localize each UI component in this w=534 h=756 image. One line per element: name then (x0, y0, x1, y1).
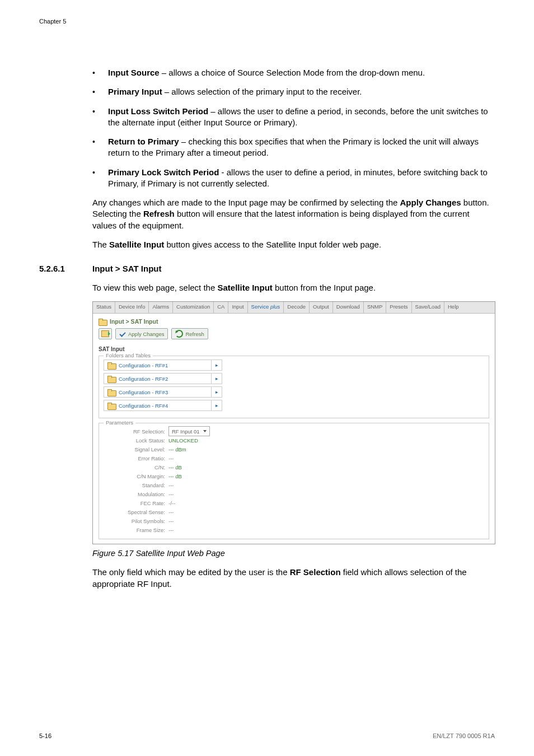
rf-selection-select[interactable]: RF Input 01 (168, 426, 210, 436)
list-item: • Input Source – allows a choice of Sour… (92, 67, 495, 78)
apply-changes-button[interactable]: Apply Changes (115, 328, 168, 339)
tab-bar: Status Device Info Alarms Customization … (93, 302, 495, 314)
tab-save-load[interactable]: Save/Load (412, 302, 444, 313)
paragraph: The only field which may be edited by th… (92, 567, 495, 590)
tab-decode[interactable]: Decode (284, 302, 310, 313)
param-label: Lock Status: (104, 437, 168, 444)
param-value: UNLOCKED (168, 437, 198, 444)
bullet-dot-icon: • (92, 167, 108, 178)
param-row: Pilot Symbols: --- (104, 516, 484, 525)
apply-changes-label: Apply Changes (128, 331, 164, 337)
folder-label: Configuration - RF#3 (119, 389, 168, 395)
rf-selection-value: RF Input 01 (172, 428, 200, 435)
param-row: Spectral Sense: --- (104, 507, 484, 516)
bullet-dot-icon: • (92, 67, 108, 78)
param-row-rf-selection: RF Selection: RF Input 01 (104, 427, 484, 436)
bullet-term: Return to Primary (108, 137, 179, 146)
parameters-legend: Parameters (104, 419, 135, 426)
folder-icon (107, 403, 115, 409)
list-item: • Return to Primary – checking this box … (92, 136, 495, 159)
refresh-button[interactable]: Refresh (171, 328, 208, 339)
param-value: --- (168, 518, 174, 524)
tab-output[interactable]: Output (310, 302, 333, 313)
tab-device-info[interactable]: Device Info (115, 302, 149, 313)
toolbar: Apply Changes Refresh (93, 328, 495, 344)
param-value: --- dB (168, 473, 182, 479)
param-row: Frame Size: --- (104, 525, 484, 534)
navigate-button[interactable] (99, 328, 112, 339)
list-item: • Primary Lock Switch Period - allows th… (92, 167, 495, 190)
paragraph: To view this web page, select the Satell… (92, 282, 495, 293)
page-footer: 5-16 EN/LZT 790 0005 R1A (39, 732, 495, 739)
doc-code: EN/LZT 790 0005 R1A (433, 732, 495, 739)
folder-icon (107, 376, 115, 382)
folder-row[interactable]: Configuration - RF#2 ▸ (104, 373, 222, 384)
folder-icon (107, 362, 115, 368)
tab-status[interactable]: Status (93, 302, 115, 313)
tab-customization[interactable]: Customization (173, 302, 214, 313)
chevron-down-icon (203, 430, 207, 432)
tab-input[interactable]: Input (228, 302, 247, 313)
breadcrumb-text: Input > SAT Input (110, 318, 158, 325)
tab-help[interactable]: Help (444, 302, 462, 313)
chevron-right-icon[interactable]: ▸ (211, 360, 222, 370)
bullet-term: Input Loss Switch Period (108, 106, 208, 116)
check-icon (119, 330, 126, 337)
chevron-right-icon[interactable]: ▸ (211, 374, 222, 384)
paragraph: The Satellite Input button gives access … (92, 239, 495, 250)
folder-row[interactable]: Configuration - RF#3 ▸ (104, 386, 222, 398)
param-value: --- (168, 509, 174, 515)
folder-label: Configuration - RF#2 (119, 376, 168, 382)
chevron-right-icon[interactable]: ▸ (211, 387, 222, 397)
tab-service-plus[interactable]: Service plus (248, 302, 284, 313)
param-value: --- dBm (168, 446, 186, 452)
param-row: Error Ratio: --- (104, 454, 484, 463)
param-label: C/N: (104, 464, 168, 470)
folders-fieldset: Folders and Tables Configuration - RF#1 … (99, 356, 489, 418)
param-value: --- (168, 455, 174, 461)
bullet-dot-icon: • (92, 86, 108, 97)
bullet-term: Primary Input (108, 87, 162, 96)
bullet-dot-icon: • (92, 106, 108, 117)
folder-label: Configuration - RF#4 (119, 403, 168, 409)
web-page-screenshot: Status Device Info Alarms Customization … (92, 301, 495, 544)
param-row: Modulation: --- (104, 489, 484, 498)
param-label: C/N Margin: (104, 473, 168, 479)
param-label: Spectral Sense: (104, 509, 168, 515)
param-value: --- dB (168, 464, 182, 470)
tab-ca[interactable]: CA (214, 302, 228, 313)
bullet-list: • Input Source – allows a choice of Sour… (92, 67, 495, 189)
tab-alarms[interactable]: Alarms (149, 302, 173, 313)
param-label: Signal Level: (104, 446, 168, 452)
bullet-desc: – allows selection of the primary input … (162, 87, 362, 96)
param-row: Lock Status: UNLOCKED (104, 436, 484, 445)
param-label: Standard: (104, 482, 168, 488)
param-value: --- (168, 482, 174, 488)
list-item: • Input Loss Switch Period – allows the … (92, 106, 495, 129)
tab-download[interactable]: Download (333, 302, 364, 313)
folder-row[interactable]: Configuration - RF#4 ▸ (104, 400, 222, 411)
param-label: RF Selection: (104, 428, 168, 435)
param-value: --- (168, 527, 174, 533)
folder-icon (107, 389, 115, 395)
param-row: Standard: --- (104, 480, 484, 489)
param-row: Signal Level: --- dBm (104, 445, 484, 454)
folders-legend: Folders and Tables (104, 352, 153, 358)
folder-row[interactable]: Configuration - RF#1 ▸ (104, 360, 222, 371)
folder-icon (99, 319, 106, 325)
param-value: -/-- (168, 500, 175, 506)
navigate-icon (101, 330, 109, 337)
section-heading: 5.2.6.1 Input > SAT Input (39, 264, 495, 273)
bullet-desc: – allows a choice of Source Selection Mo… (160, 68, 425, 77)
page-number: 5-16 (39, 732, 51, 739)
folder-label: Configuration - RF#1 (119, 362, 168, 368)
tab-presets[interactable]: Presets (386, 302, 411, 313)
tab-snmp[interactable]: SNMP (364, 302, 386, 313)
param-label: FEC Rate: (104, 500, 168, 506)
chevron-right-icon[interactable]: ▸ (211, 400, 222, 410)
group-title: SAT Input (93, 344, 495, 353)
bullet-term: Primary Lock Switch Period (108, 167, 219, 177)
breadcrumb: Input > SAT Input (93, 314, 495, 328)
list-item: • Primary Input – allows selection of th… (92, 86, 495, 97)
param-row: C/N Margin: --- dB (104, 472, 484, 480)
